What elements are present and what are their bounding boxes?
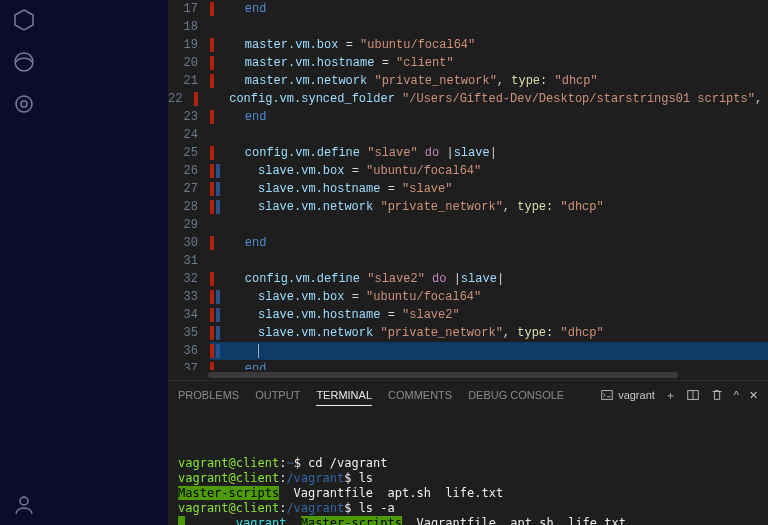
panel-tab-comments[interactable]: COMMENTS <box>388 385 452 405</box>
terminal-segment: Master-scripts <box>178 486 279 500</box>
code-line[interactable]: 27 slave.vm.hostname = "slave" <box>168 180 768 198</box>
svg-rect-5 <box>602 391 613 400</box>
diff-marker-red <box>210 38 214 52</box>
code-line[interactable]: 33 slave.vm.box = "ubuntu/focal64" <box>168 288 768 306</box>
split-terminal-button[interactable] <box>686 388 700 402</box>
code-line[interactable]: 32 config.vm.define "slave2" do |slave| <box>168 270 768 288</box>
code-line[interactable]: 26 slave.vm.box = "ubuntu/focal64" <box>168 162 768 180</box>
code-line[interactable]: 17 end <box>168 0 768 18</box>
code-line[interactable]: 22 config.vm.synced_folder "/Users/Gifte… <box>168 90 768 108</box>
code-token: "private_network" <box>374 74 496 88</box>
line-number: 17 <box>168 0 210 18</box>
diff-marker-blue <box>216 164 220 178</box>
code-token: master.vm.box <box>216 38 346 52</box>
code-token: "ubuntu/focal64" <box>366 164 481 178</box>
diff-marker-red <box>210 200 214 214</box>
terminal-segment: /vagrant <box>286 471 344 485</box>
line-number: 31 <box>168 252 210 270</box>
main-area: 17 end1819 master.vm.box = "ubuntu/focal… <box>168 0 768 525</box>
diff-marker-red <box>194 92 198 106</box>
terminal-line: vagrant@client:~$ cd /vagrant <box>178 456 758 471</box>
code-line[interactable]: 21 master.vm.network "private_network", … <box>168 72 768 90</box>
code-token: "ubuntu/focal64" <box>366 290 481 304</box>
svg-marker-0 <box>15 10 33 30</box>
code-token: = <box>352 164 366 178</box>
close-panel-button[interactable]: ✕ <box>749 389 758 402</box>
code-editor[interactable]: 17 end1819 master.vm.box = "ubuntu/focal… <box>168 0 768 380</box>
panel-tab-debug[interactable]: DEBUG CONSOLE <box>468 385 564 405</box>
code-token: "/Users/Gifted-Dev/Desktop/starstrings01… <box>402 92 755 106</box>
code-token: | <box>497 272 504 286</box>
line-number: 24 <box>168 126 210 144</box>
target-icon[interactable] <box>12 92 36 116</box>
line-number: 30 <box>168 234 210 252</box>
code-line[interactable]: 24 <box>168 126 768 144</box>
editor-horizontal-scrollbar[interactable] <box>168 370 754 380</box>
code-token: end <box>216 2 266 16</box>
code-token: end <box>216 110 266 124</box>
code-line[interactable]: 18 <box>168 18 768 36</box>
code-token: type: <box>511 74 554 88</box>
code-line[interactable]: 35 slave.vm.network "private_network", t… <box>168 324 768 342</box>
code-token: | <box>490 146 497 160</box>
terminal-segment: $ ls -a <box>344 501 395 515</box>
code-token: , <box>503 326 517 340</box>
line-number: 22 <box>168 90 194 108</box>
code-line[interactable]: 34 slave.vm.hostname = "slave2" <box>168 306 768 324</box>
code-line[interactable]: 20 master.vm.hostname = "client" <box>168 54 768 72</box>
line-number: 34 <box>168 306 210 324</box>
maximize-panel-button[interactable]: ^ <box>734 389 739 401</box>
hexagon-icon[interactable] <box>12 8 36 32</box>
edge-icon[interactable] <box>12 50 36 74</box>
line-number: 33 <box>168 288 210 306</box>
code-token: slave.vm.hostname <box>222 182 388 196</box>
diff-marker-blue <box>216 200 220 214</box>
code-token: slave.vm.box <box>222 290 352 304</box>
activity-bar <box>0 0 48 525</box>
diff-marker-red <box>210 2 214 16</box>
svg-point-3 <box>21 101 27 107</box>
code-line[interactable]: 31 <box>168 252 768 270</box>
code-token: do <box>425 146 439 160</box>
code-token: slave.vm.box <box>222 164 352 178</box>
code-line[interactable]: 25 config.vm.define "slave" do |slave| <box>168 144 768 162</box>
terminal-line: vagrant@client:/vagrant$ ls <box>178 471 758 486</box>
code-token <box>425 272 432 286</box>
terminal-segment: $ ls <box>344 471 373 485</box>
code-token: "dhcp" <box>554 74 597 88</box>
diff-marker-red <box>210 182 214 196</box>
code-token: config.vm.define <box>216 146 367 160</box>
launch-profile-label: vagrant <box>618 389 655 401</box>
code-line[interactable]: 28 slave.vm.network "private_network", t… <box>168 198 768 216</box>
code-line[interactable]: 23 end <box>168 108 768 126</box>
diff-marker-red <box>210 236 214 250</box>
terminal-segment: .vagrant <box>229 516 287 525</box>
account-icon[interactable] <box>12 493 36 517</box>
line-number: 20 <box>168 54 210 72</box>
terminal-segment: .. <box>200 516 214 525</box>
code-token: "private_network" <box>380 326 502 340</box>
code-line[interactable]: 19 master.vm.box = "ubuntu/focal64" <box>168 36 768 54</box>
panel-tab-problems[interactable]: PROBLEMS <box>178 385 239 405</box>
new-terminal-button[interactable]: ＋ <box>665 388 676 403</box>
code-line[interactable]: 30 end <box>168 234 768 252</box>
terminal-line: vagrant@client:/vagrant$ ls -a <box>178 501 758 516</box>
code-line[interactable]: 29 <box>168 216 768 234</box>
code-token: "slave" <box>402 182 452 196</box>
terminal-body[interactable]: vagrant@client:~$ cd /vagrantvagrant@cli… <box>168 409 768 525</box>
line-number: 28 <box>168 198 210 216</box>
panel-tab-terminal[interactable]: TERMINAL <box>316 385 372 406</box>
cursor-icon <box>258 344 259 358</box>
code-token: "slave2" <box>367 272 425 286</box>
line-number: 32 <box>168 270 210 288</box>
kill-terminal-button[interactable] <box>710 388 724 402</box>
code-token: "ubuntu/focal64" <box>360 38 475 52</box>
code-token: master.vm.network <box>216 74 374 88</box>
code-token: , <box>503 200 517 214</box>
code-token: , <box>755 92 768 106</box>
code-token: | <box>439 146 453 160</box>
code-line[interactable]: 36 <box>168 342 768 360</box>
code-token: "slave2" <box>402 308 460 322</box>
launch-profile-button[interactable]: vagrant <box>600 388 655 402</box>
panel-tab-output[interactable]: OUTPUT <box>255 385 300 405</box>
